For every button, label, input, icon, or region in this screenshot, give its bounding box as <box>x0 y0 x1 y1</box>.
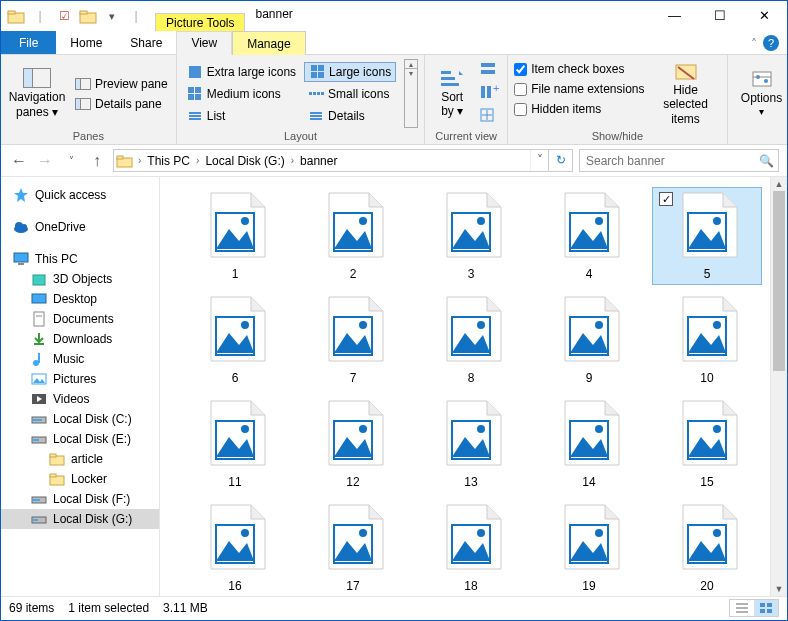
address-bar[interactable]: › This PC › Local Disk (G:) › banner ˅ ↻ <box>113 149 573 172</box>
back-button[interactable]: ← <box>9 152 29 170</box>
hide-selected-items-button[interactable]: Hide selected items <box>651 59 721 128</box>
collapse-ribbon-icon[interactable]: ˄ <box>751 37 757 51</box>
layout-small[interactable]: Small icons <box>304 84 396 104</box>
tree-item[interactable]: Local Disk (C:) <box>1 409 159 429</box>
file-item[interactable]: ✓2 <box>298 187 408 285</box>
tree-item[interactable]: Documents <box>1 309 159 329</box>
layout-large[interactable]: Large icons <box>304 62 396 82</box>
tree-onedrive[interactable]: OneDrive <box>1 217 159 237</box>
qat-dropdown-icon[interactable]: ▾ <box>101 5 123 27</box>
file-item[interactable]: ✓12 <box>298 395 408 493</box>
image-thumbnail-icon <box>673 295 741 365</box>
file-item[interactable]: ✓19 <box>534 499 644 596</box>
up-button[interactable]: ↑ <box>87 152 107 170</box>
folder-icon[interactable] <box>5 5 27 27</box>
details-view-button[interactable] <box>730 600 754 616</box>
file-list[interactable]: ✓1✓2✓3✓4✓5✓6✓7✓8✓9✓10✓11✓12✓13✓14✓15✓16✓… <box>160 177 770 596</box>
scroll-thumb[interactable] <box>773 191 785 371</box>
file-item[interactable]: ✓10 <box>652 291 762 389</box>
maximize-button[interactable]: ☐ <box>697 1 742 30</box>
crumb-this-pc[interactable]: This PC <box>143 150 194 171</box>
tab-share[interactable]: Share <box>116 31 176 54</box>
file-item[interactable]: ✓9 <box>534 291 644 389</box>
tab-file[interactable]: File <box>1 31 56 54</box>
file-item[interactable]: ✓3 <box>416 187 526 285</box>
layout-extra-large[interactable]: Extra large icons <box>183 62 300 82</box>
scroll-down-icon[interactable]: ▼ <box>771 582 787 596</box>
file-item[interactable]: ✓20 <box>652 499 762 596</box>
options-button[interactable]: Options ▾ <box>734 59 788 128</box>
tree-item[interactable]: article <box>1 449 159 469</box>
refresh-button[interactable]: ↻ <box>548 150 572 171</box>
file-name: 14 <box>582 475 595 489</box>
file-item[interactable]: ✓7 <box>298 291 408 389</box>
tree-item[interactable]: Locker <box>1 469 159 489</box>
file-item[interactable]: ✓5 <box>652 187 762 285</box>
layout-medium[interactable]: Medium icons <box>183 84 300 104</box>
recent-locations-button[interactable]: ˅ <box>61 155 81 166</box>
preview-pane-button[interactable]: Preview pane <box>73 76 170 92</box>
add-columns-button[interactable]: + <box>479 84 501 103</box>
scroll-up-icon[interactable]: ▲ <box>771 177 787 191</box>
file-item[interactable]: ✓18 <box>416 499 526 596</box>
close-button[interactable]: ✕ <box>742 1 787 30</box>
search-input[interactable] <box>580 154 754 168</box>
chevron-right-icon[interactable]: › <box>136 155 143 166</box>
tree-item[interactable]: Music <box>1 349 159 369</box>
tree-item[interactable]: Videos <box>1 389 159 409</box>
help-icon[interactable]: ? <box>763 35 779 51</box>
tree-this-pc[interactable]: This PC <box>1 249 159 269</box>
hidden-items-toggle[interactable]: Hidden items <box>514 101 644 117</box>
group-by-button[interactable] <box>479 61 501 80</box>
tree-item[interactable]: 3D Objects <box>1 269 159 289</box>
tree-item[interactable]: Local Disk (G:) <box>1 509 159 529</box>
navigation-pane[interactable]: Quick access OneDrive This PC 3D Objects… <box>1 177 160 596</box>
file-item[interactable]: ✓17 <box>298 499 408 596</box>
crumb-banner[interactable]: banner <box>296 150 341 171</box>
forward-button[interactable]: → <box>35 152 55 170</box>
file-item[interactable]: ✓15 <box>652 395 762 493</box>
vertical-scrollbar[interactable]: ▲ ▼ <box>770 177 787 596</box>
svg-point-51 <box>241 217 249 225</box>
layout-list[interactable]: List <box>183 106 300 126</box>
file-item[interactable]: ✓16 <box>180 499 290 596</box>
tree-item[interactable]: Local Disk (E:) <box>1 429 159 449</box>
thumbnails-view-button[interactable] <box>754 600 778 616</box>
file-item[interactable]: ✓14 <box>534 395 644 493</box>
file-name: 18 <box>464 579 477 593</box>
tab-manage[interactable]: Manage <box>232 31 305 55</box>
chevron-right-icon[interactable]: › <box>194 155 201 166</box>
tree-quick-access[interactable]: Quick access <box>1 185 159 205</box>
tab-home[interactable]: Home <box>56 31 116 54</box>
file-item[interactable]: ✓1 <box>180 187 290 285</box>
tree-item[interactable]: Pictures <box>1 369 159 389</box>
details-pane-button[interactable]: Details pane <box>73 96 170 112</box>
sort-by-button[interactable]: Sort by ▾ <box>431 59 473 128</box>
tree-item[interactable]: Downloads <box>1 329 159 349</box>
file-name-extensions-toggle[interactable]: File name extensions <box>514 81 644 97</box>
address-dropdown-icon[interactable]: ˅ <box>530 150 548 171</box>
qat-check-icon[interactable]: ☑ <box>53 5 75 27</box>
layout-gallery-spinner[interactable]: ▴▾ <box>404 59 418 128</box>
layout-details[interactable]: Details <box>304 106 396 126</box>
file-item[interactable]: ✓8 <box>416 291 526 389</box>
chevron-right-icon[interactable]: › <box>289 155 296 166</box>
tab-view[interactable]: View <box>176 31 232 55</box>
navigation-pane-button[interactable]: Navigation panes ▾ <box>7 59 67 128</box>
search-icon[interactable]: 🔍 <box>754 154 778 168</box>
context-tab-picture-tools[interactable]: Picture Tools <box>155 13 245 31</box>
crumb-disk-g[interactable]: Local Disk (G:) <box>201 150 288 171</box>
tree-item[interactable]: Local Disk (F:) <box>1 489 159 509</box>
search-box[interactable]: 🔍 <box>579 149 779 172</box>
item-check-boxes-toggle[interactable]: Item check boxes <box>514 61 644 77</box>
file-item[interactable]: ✓11 <box>180 395 290 493</box>
context-tab-strip: Picture Tools <box>155 1 245 31</box>
qat-folder-icon[interactable] <box>77 5 99 27</box>
file-item[interactable]: ✓13 <box>416 395 526 493</box>
file-item[interactable]: ✓6 <box>180 291 290 389</box>
size-columns-button[interactable] <box>479 107 501 126</box>
item-checkbox[interactable]: ✓ <box>659 192 673 206</box>
minimize-button[interactable]: — <box>652 1 697 30</box>
file-item[interactable]: ✓4 <box>534 187 644 285</box>
tree-item[interactable]: Desktop <box>1 289 159 309</box>
